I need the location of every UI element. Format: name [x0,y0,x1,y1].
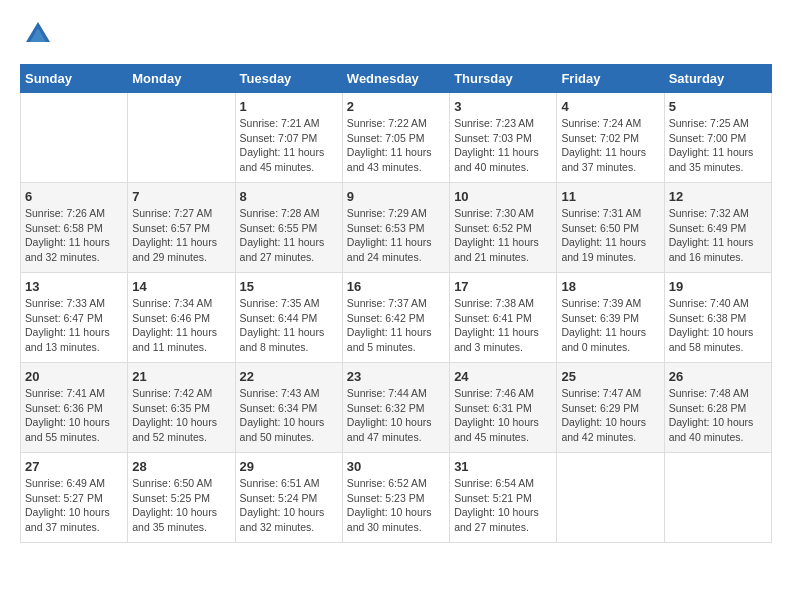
day-number: 24 [454,369,552,384]
day-number: 2 [347,99,445,114]
weekday-header: Friday [557,65,664,93]
day-number: 15 [240,279,338,294]
day-info: Sunrise: 7:34 AM Sunset: 6:46 PM Dayligh… [132,296,230,355]
day-info: Sunrise: 6:54 AM Sunset: 5:21 PM Dayligh… [454,476,552,535]
calendar-week-row: 27Sunrise: 6:49 AM Sunset: 5:27 PM Dayli… [21,453,772,543]
day-number: 6 [25,189,123,204]
calendar-cell: 23Sunrise: 7:44 AM Sunset: 6:32 PM Dayli… [342,363,449,453]
calendar-cell: 1Sunrise: 7:21 AM Sunset: 7:07 PM Daylig… [235,93,342,183]
day-number: 21 [132,369,230,384]
day-number: 22 [240,369,338,384]
weekday-header: Saturday [664,65,771,93]
calendar-cell: 8Sunrise: 7:28 AM Sunset: 6:55 PM Daylig… [235,183,342,273]
weekday-header: Tuesday [235,65,342,93]
day-number: 9 [347,189,445,204]
day-info: Sunrise: 7:23 AM Sunset: 7:03 PM Dayligh… [454,116,552,175]
calendar-cell: 19Sunrise: 7:40 AM Sunset: 6:38 PM Dayli… [664,273,771,363]
calendar-cell: 7Sunrise: 7:27 AM Sunset: 6:57 PM Daylig… [128,183,235,273]
calendar-cell: 13Sunrise: 7:33 AM Sunset: 6:47 PM Dayli… [21,273,128,363]
day-info: Sunrise: 7:24 AM Sunset: 7:02 PM Dayligh… [561,116,659,175]
calendar-cell: 25Sunrise: 7:47 AM Sunset: 6:29 PM Dayli… [557,363,664,453]
day-info: Sunrise: 6:50 AM Sunset: 5:25 PM Dayligh… [132,476,230,535]
day-info: Sunrise: 7:43 AM Sunset: 6:34 PM Dayligh… [240,386,338,445]
calendar-cell: 14Sunrise: 7:34 AM Sunset: 6:46 PM Dayli… [128,273,235,363]
weekday-header-row: SundayMondayTuesdayWednesdayThursdayFrid… [21,65,772,93]
calendar-cell: 21Sunrise: 7:42 AM Sunset: 6:35 PM Dayli… [128,363,235,453]
day-info: Sunrise: 7:33 AM Sunset: 6:47 PM Dayligh… [25,296,123,355]
calendar-cell: 2Sunrise: 7:22 AM Sunset: 7:05 PM Daylig… [342,93,449,183]
calendar-week-row: 1Sunrise: 7:21 AM Sunset: 7:07 PM Daylig… [21,93,772,183]
day-number: 14 [132,279,230,294]
day-info: Sunrise: 7:32 AM Sunset: 6:49 PM Dayligh… [669,206,767,265]
calendar-cell [128,93,235,183]
calendar-cell: 26Sunrise: 7:48 AM Sunset: 6:28 PM Dayli… [664,363,771,453]
day-number: 3 [454,99,552,114]
calendar-cell: 5Sunrise: 7:25 AM Sunset: 7:00 PM Daylig… [664,93,771,183]
calendar-cell: 24Sunrise: 7:46 AM Sunset: 6:31 PM Dayli… [450,363,557,453]
day-number: 18 [561,279,659,294]
day-info: Sunrise: 7:46 AM Sunset: 6:31 PM Dayligh… [454,386,552,445]
day-number: 1 [240,99,338,114]
calendar-week-row: 6Sunrise: 7:26 AM Sunset: 6:58 PM Daylig… [21,183,772,273]
calendar-cell: 20Sunrise: 7:41 AM Sunset: 6:36 PM Dayli… [21,363,128,453]
day-number: 16 [347,279,445,294]
calendar-week-row: 13Sunrise: 7:33 AM Sunset: 6:47 PM Dayli… [21,273,772,363]
calendar-cell: 17Sunrise: 7:38 AM Sunset: 6:41 PM Dayli… [450,273,557,363]
day-info: Sunrise: 6:49 AM Sunset: 5:27 PM Dayligh… [25,476,123,535]
day-number: 17 [454,279,552,294]
calendar-cell: 29Sunrise: 6:51 AM Sunset: 5:24 PM Dayli… [235,453,342,543]
calendar-cell: 18Sunrise: 7:39 AM Sunset: 6:39 PM Dayli… [557,273,664,363]
calendar-cell: 30Sunrise: 6:52 AM Sunset: 5:23 PM Dayli… [342,453,449,543]
day-info: Sunrise: 7:47 AM Sunset: 6:29 PM Dayligh… [561,386,659,445]
calendar-cell: 12Sunrise: 7:32 AM Sunset: 6:49 PM Dayli… [664,183,771,273]
day-number: 26 [669,369,767,384]
day-info: Sunrise: 7:25 AM Sunset: 7:00 PM Dayligh… [669,116,767,175]
weekday-header: Sunday [21,65,128,93]
calendar-cell: 22Sunrise: 7:43 AM Sunset: 6:34 PM Dayli… [235,363,342,453]
calendar-cell: 27Sunrise: 6:49 AM Sunset: 5:27 PM Dayli… [21,453,128,543]
day-info: Sunrise: 7:28 AM Sunset: 6:55 PM Dayligh… [240,206,338,265]
day-number: 10 [454,189,552,204]
day-info: Sunrise: 7:31 AM Sunset: 6:50 PM Dayligh… [561,206,659,265]
calendar-cell: 10Sunrise: 7:30 AM Sunset: 6:52 PM Dayli… [450,183,557,273]
calendar-cell: 15Sunrise: 7:35 AM Sunset: 6:44 PM Dayli… [235,273,342,363]
calendar-cell: 16Sunrise: 7:37 AM Sunset: 6:42 PM Dayli… [342,273,449,363]
calendar-table: SundayMondayTuesdayWednesdayThursdayFrid… [20,64,772,543]
logo [20,20,52,48]
day-info: Sunrise: 7:29 AM Sunset: 6:53 PM Dayligh… [347,206,445,265]
day-number: 30 [347,459,445,474]
day-number: 29 [240,459,338,474]
day-info: Sunrise: 7:38 AM Sunset: 6:41 PM Dayligh… [454,296,552,355]
day-number: 5 [669,99,767,114]
day-info: Sunrise: 7:39 AM Sunset: 6:39 PM Dayligh… [561,296,659,355]
day-number: 19 [669,279,767,294]
day-info: Sunrise: 7:27 AM Sunset: 6:57 PM Dayligh… [132,206,230,265]
day-info: Sunrise: 7:48 AM Sunset: 6:28 PM Dayligh… [669,386,767,445]
day-info: Sunrise: 7:41 AM Sunset: 6:36 PM Dayligh… [25,386,123,445]
day-info: Sunrise: 7:21 AM Sunset: 7:07 PM Dayligh… [240,116,338,175]
calendar-week-row: 20Sunrise: 7:41 AM Sunset: 6:36 PM Dayli… [21,363,772,453]
day-number: 31 [454,459,552,474]
day-number: 8 [240,189,338,204]
weekday-header: Thursday [450,65,557,93]
day-info: Sunrise: 7:42 AM Sunset: 6:35 PM Dayligh… [132,386,230,445]
calendar-cell: 3Sunrise: 7:23 AM Sunset: 7:03 PM Daylig… [450,93,557,183]
day-number: 27 [25,459,123,474]
day-info: Sunrise: 7:22 AM Sunset: 7:05 PM Dayligh… [347,116,445,175]
calendar-cell: 11Sunrise: 7:31 AM Sunset: 6:50 PM Dayli… [557,183,664,273]
day-info: Sunrise: 7:35 AM Sunset: 6:44 PM Dayligh… [240,296,338,355]
calendar-cell [21,93,128,183]
day-number: 28 [132,459,230,474]
day-number: 7 [132,189,230,204]
weekday-header: Monday [128,65,235,93]
day-info: Sunrise: 6:52 AM Sunset: 5:23 PM Dayligh… [347,476,445,535]
day-number: 4 [561,99,659,114]
logo-icon [24,20,52,48]
day-info: Sunrise: 7:30 AM Sunset: 6:52 PM Dayligh… [454,206,552,265]
calendar-cell: 28Sunrise: 6:50 AM Sunset: 5:25 PM Dayli… [128,453,235,543]
day-number: 20 [25,369,123,384]
calendar-cell [664,453,771,543]
calendar-cell: 4Sunrise: 7:24 AM Sunset: 7:02 PM Daylig… [557,93,664,183]
calendar-cell: 9Sunrise: 7:29 AM Sunset: 6:53 PM Daylig… [342,183,449,273]
weekday-header: Wednesday [342,65,449,93]
